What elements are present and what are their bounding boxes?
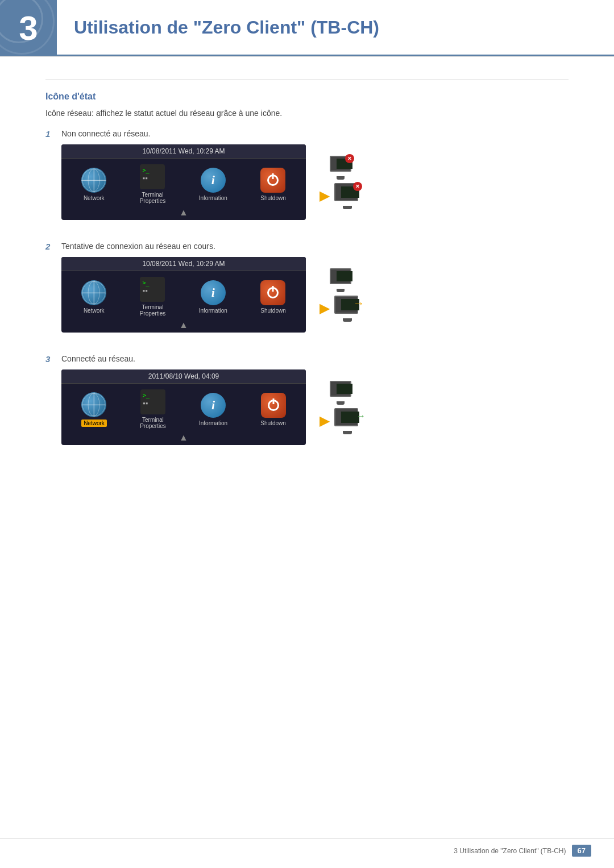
terminal-icon-1: >_▪▪ [140, 164, 165, 189]
terminal-label-1: TerminalProperties [140, 192, 166, 204]
taskbar-dot-3: ▲ [61, 433, 306, 445]
icon-item-network-2: Network [81, 280, 106, 314]
status-badge-disconnected: ✕ [345, 154, 354, 163]
large-monitor-stand-1 [343, 206, 352, 209]
network-label-3: Network [81, 420, 107, 427]
status-icons-3: ▶ → [320, 381, 361, 434]
status-icons-2: ▶ → [320, 268, 361, 322]
power-symbol-3 [268, 400, 279, 411]
monitor-body-2 [330, 268, 351, 284]
footer-chapter-text: 3 Utilisation de "Zero Client" (TB-CH) [454, 847, 566, 855]
taskbar-icons-1: Network >_▪▪ TerminalProperties i Inform… [61, 159, 306, 207]
large-monitor-disconnected: ✕ [331, 183, 361, 209]
large-monitor-connecting: → [331, 296, 361, 322]
item-text-2: Tentative de connexion au réseau en cour… [61, 242, 215, 251]
icon-item-power-3: Shutdown [260, 393, 285, 426]
taskbar-datetime-3: 2011/08/10 Wed, 04:09 [61, 369, 306, 384]
chapter-title: Utilisation de "Zero Client" (TB-CH) [74, 17, 379, 38]
icon-item-info-1: i Information [199, 168, 227, 201]
terminal-inner-1: >_▪▪ [142, 167, 149, 181]
large-status-badge-connected: → [356, 412, 366, 421]
monitor-status-connected [327, 381, 354, 405]
arrow-icon-3: ▶ [320, 414, 329, 429]
taskbar-datetime-1: 10/08/2011 Wed, 10:29 AM [61, 144, 306, 159]
info-label-2: Information [199, 308, 227, 314]
section-divider [45, 80, 569, 80]
monitor-status-disconnected: ✕ [327, 156, 354, 180]
power-symbol-1 [267, 175, 279, 186]
item-number-3: 3 [45, 354, 61, 364]
info-label-1: Information [199, 195, 227, 201]
icon-item-power-1: Shutdown [260, 168, 285, 201]
globe-icon-3 [81, 392, 106, 417]
large-status-badge-connecting: → [354, 299, 363, 308]
large-monitor-connected: → [331, 408, 361, 434]
taskbar-dot-2: ▲ [61, 320, 306, 333]
network-label-1: Network [84, 195, 105, 201]
shutdown-label-2: Shutdown [260, 308, 285, 314]
monitor-stand-3 [337, 401, 345, 405]
taskbar-1: 10/08/2011 Wed, 10:29 AM Network [61, 144, 306, 220]
info-icon-3: i [201, 393, 226, 418]
arrow-monitor-row-1: ▶ ✕ [320, 183, 361, 209]
chapter-number-box: 3 [0, 0, 57, 56]
power-icon-1 [260, 168, 285, 193]
item-number-2: 2 [45, 242, 61, 251]
page-footer: 3 Utilisation de "Zero Client" (TB-CH) 6… [0, 838, 614, 857]
taskbar-container-1: 10/08/2011 Wed, 10:29 AM Network [61, 144, 569, 220]
section-description: Icône réseau: affichez le statut actuel … [45, 109, 569, 118]
monitor-stand-1 [337, 176, 345, 180]
taskbar-datetime-2: 10/08/2011 Wed, 10:29 AM [61, 257, 306, 271]
info-icon-1: i [201, 168, 226, 193]
monitor-screen-2 [337, 271, 352, 281]
shutdown-label-1: Shutdown [260, 195, 285, 201]
icon-item-terminal-1: >_▪▪ TerminalProperties [140, 164, 166, 204]
icon-item-power-2: Shutdown [260, 280, 285, 314]
large-monitor-body-3 [334, 408, 358, 426]
item-number-1: 1 [45, 129, 61, 139]
icon-item-network-3: Network [81, 392, 107, 427]
list-item-1: 1 Non connecté au réseau. 10/08/2011 Wed… [45, 129, 569, 225]
taskbar-dot-1: ▲ [61, 207, 306, 220]
globe-icon-1 [81, 168, 106, 193]
large-monitor-stand-2 [343, 318, 352, 322]
list-item-3: 3 Connecté au réseau. 2011/08/10 Wed, 04… [45, 354, 569, 450]
taskbar-container-3: 2011/08/10 Wed, 04:09 Network [61, 369, 569, 445]
globe-icon-2 [81, 280, 106, 305]
page-content: Icône d'état Icône réseau: affichez le s… [0, 57, 614, 512]
icon-item-network-1: Network [81, 168, 106, 201]
status-icons-1: ✕ ▶ ✕ [320, 156, 361, 209]
monitor-body-3 [330, 381, 351, 397]
item-row-3: 3 Connecté au réseau. [45, 354, 569, 364]
section-title: Icône d'état [45, 92, 569, 102]
taskbar-icons-3: Network >_▪▪ TerminalProperties i Inform… [61, 384, 306, 433]
arrow-icon-1: ▶ [320, 189, 329, 203]
arrow-monitor-row-3: ▶ → [320, 408, 361, 434]
taskbar-3: 2011/08/10 Wed, 04:09 Network [61, 369, 306, 445]
icon-item-terminal-2: >_▪▪ TerminalProperties [140, 277, 166, 317]
network-label-2: Network [84, 308, 105, 314]
terminal-label-2: TerminalProperties [140, 304, 166, 317]
taskbar-container-2: 10/08/2011 Wed, 10:29 AM Network [61, 257, 569, 333]
power-symbol-2 [267, 287, 279, 298]
taskbar-2: 10/08/2011 Wed, 10:29 AM Network [61, 257, 306, 333]
large-monitor-stand-3 [343, 431, 352, 434]
chapter-title-bar: Utilisation de "Zero Client" (TB-CH) [57, 0, 614, 56]
item-text-3: Connecté au réseau. [61, 354, 135, 363]
icon-item-terminal-3: >_▪▪ TerminalProperties [140, 389, 166, 429]
taskbar-icons-2: Network >_▪▪ TerminalProperties i Inform… [61, 271, 306, 320]
item-text-1: Non connecté au réseau. [61, 129, 150, 138]
power-icon-2 [260, 280, 285, 305]
monitor-status-connecting [327, 268, 354, 292]
arrow-monitor-row-2: ▶ → [320, 296, 361, 322]
monitor-screen-3 [337, 384, 352, 394]
terminal-inner-2: >_▪▪ [142, 279, 149, 294]
terminal-icon-3: >_▪▪ [140, 389, 165, 414]
list-item-2: 2 Tentative de connexion au réseau en co… [45, 242, 569, 337]
large-status-badge-disconnected: ✕ [353, 182, 362, 191]
footer-page-number: 67 [572, 845, 591, 857]
power-icon-3 [261, 393, 286, 418]
monitor-stand-2 [337, 289, 345, 292]
shutdown-label-3: Shutdown [260, 420, 285, 426]
icon-item-info-2: i Information [199, 280, 227, 314]
